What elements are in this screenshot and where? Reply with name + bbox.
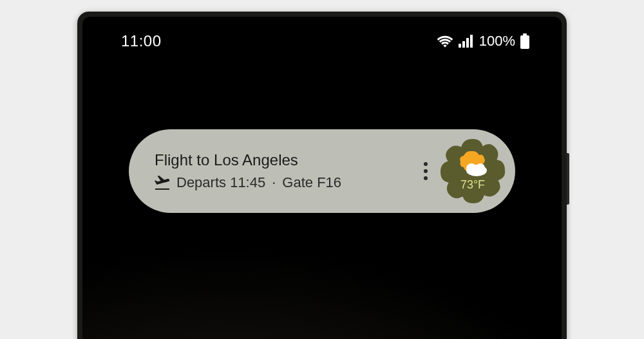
separator: ·: [272, 174, 276, 191]
plane-departure-icon: [155, 176, 170, 190]
svg-point-7: [466, 163, 477, 174]
weather-temperature: 73°F: [460, 178, 485, 192]
signal-icon: [459, 35, 474, 48]
widget-title: Flight to Los Angeles: [155, 151, 412, 169]
wifi-icon: [437, 35, 453, 48]
departs-label: Departs 11:45: [176, 174, 265, 191]
status-icons: 100%: [437, 33, 529, 50]
battery-icon: [520, 33, 529, 49]
svg-rect-1: [462, 41, 465, 48]
widget-subtitle: Departs 11:45 · Gate F16: [155, 174, 412, 191]
svg-rect-4: [523, 33, 527, 35]
phone-screen: 11:00 100% Flight to: [82, 17, 562, 339]
widget-content: Flight to Los Angeles Departs 11:45 · Ga…: [155, 151, 412, 191]
weather-partly-cloudy-icon: [457, 151, 488, 177]
gate-label: Gate F16: [282, 174, 341, 191]
svg-point-8: [476, 163, 485, 172]
svg-rect-0: [459, 44, 461, 48]
phone-frame: 11:00 100% Flight to: [77, 12, 567, 339]
weather-badge[interactable]: 73°F: [439, 138, 506, 205]
at-a-glance-widget[interactable]: Flight to Los Angeles Departs 11:45 · Ga…: [129, 129, 515, 213]
battery-percent: 100%: [479, 33, 515, 50]
status-bar: 11:00 100%: [82, 17, 562, 50]
svg-rect-3: [470, 35, 473, 48]
widget-menu-icon[interactable]: [412, 162, 439, 180]
status-time: 11:00: [121, 32, 162, 50]
svg-rect-5: [520, 35, 529, 49]
svg-rect-2: [466, 38, 469, 48]
